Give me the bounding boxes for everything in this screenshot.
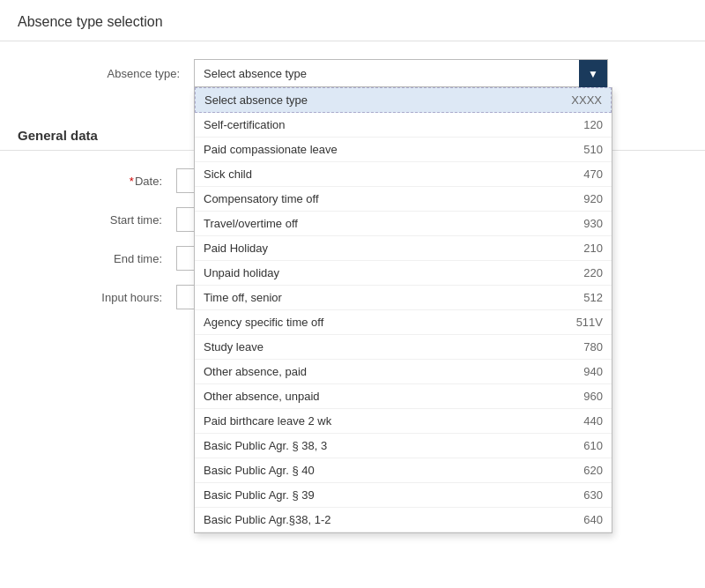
dropdown-item-code: 510	[583, 143, 603, 156]
dropdown-item[interactable]: Basic Public Agr. § 40620	[195, 458, 612, 483]
dropdown-item-label: Paid Holiday	[204, 242, 566, 255]
dropdown-list: Select absence typeXXXXSelf-certificatio…	[194, 87, 612, 533]
start-time-label: Start time:	[0, 213, 176, 227]
dropdown-item[interactable]: Basic Public Agr. § 39630	[195, 483, 612, 508]
dropdown-item-label: Agency specific time off	[204, 316, 559, 329]
form-area: Absence type: Select absence type ▼ Sele…	[0, 41, 705, 87]
dropdown-item-code: 610	[583, 439, 603, 452]
dropdown-item-label: Other absence, paid	[204, 365, 566, 378]
dropdown-item-code: 780	[583, 340, 603, 354]
dropdown-item-label: Basic Public Agr. § 38, 3	[204, 439, 566, 452]
dropdown-item-code: 960	[583, 390, 603, 403]
page-container: Absence type selection Absence type: Sel…	[0, 0, 705, 588]
dropdown-item-code: 120	[583, 118, 603, 131]
absence-type-label: Absence type:	[18, 67, 194, 80]
dropdown-item-code: 640	[583, 513, 603, 526]
dropdown-item[interactable]: Select absence typeXXXX	[195, 87, 612, 113]
dropdown-item[interactable]: Sick child470	[195, 162, 612, 187]
dropdown-item[interactable]: Basic Public Agr. § 38, 3610	[195, 434, 612, 458]
dropdown-item[interactable]: Paid Holiday210	[195, 236, 612, 261]
dropdown-item-label: Study leave	[204, 340, 566, 354]
absence-type-row: Absence type: Select absence type ▼ Sele…	[18, 59, 687, 87]
input-hours-label: Input hours:	[0, 291, 176, 304]
end-time-label: End time:	[0, 252, 176, 265]
dropdown-item-code: 620	[583, 464, 603, 477]
dropdown-item-code: 512	[583, 291, 603, 304]
dropdown-item[interactable]: Time off, senior512	[195, 286, 612, 310]
dropdown-item[interactable]: Other absence, unpaid960	[195, 384, 612, 409]
dropdown-item-label: Self-certification	[204, 118, 566, 131]
dropdown-item-label: Compensatory time off	[204, 192, 566, 205]
dropdown-item-code: 210	[583, 242, 603, 255]
dropdown-item-label: Basic Public Agr.§38, 1-2	[204, 513, 566, 526]
select-display-text: Select absence type	[204, 67, 575, 80]
dropdown-item-label: Basic Public Agr. § 40	[204, 464, 566, 477]
dropdown-item[interactable]: Basic Public Agr.§38, 1-2640	[195, 508, 612, 532]
dropdown-item-label: Time off, senior	[204, 291, 566, 304]
dropdown-item[interactable]: Paid birthcare leave 2 wk440	[195, 409, 612, 434]
dropdown-item-label: Sick child	[204, 167, 566, 181]
dropdown-item-code: 930	[583, 217, 603, 230]
dropdown-arrow-icon[interactable]: ▼	[579, 60, 607, 88]
dropdown-item[interactable]: Agency specific time off511V	[195, 310, 612, 335]
dropdown-item[interactable]: Paid compassionate leave510	[195, 138, 612, 162]
dropdown-item-label: Other absence, unpaid	[204, 390, 566, 403]
dropdown-item[interactable]: Self-certification120	[195, 113, 612, 138]
dropdown-item-label: Paid compassionate leave	[204, 143, 566, 156]
date-label: *Date:	[0, 175, 176, 188]
dropdown-item-label: Basic Public Agr. § 39	[204, 488, 566, 502]
dropdown-item-label: Paid birthcare leave 2 wk	[204, 414, 566, 428]
required-indicator: *	[130, 175, 134, 188]
dropdown-item-code: 470	[583, 167, 603, 181]
dropdown-item-code: 630	[583, 488, 603, 502]
dropdown-item-code: 920	[583, 192, 603, 205]
absence-type-select-wrapper: Select absence type ▼ Select absence typ…	[194, 59, 608, 87]
dropdown-item-code: XXXX	[571, 93, 602, 107]
dropdown-item-code: 940	[583, 365, 603, 378]
dropdown-item-code: 511V	[576, 316, 603, 329]
absence-type-select[interactable]: Select absence type ▼	[194, 59, 608, 87]
page-title: Absence type selection	[0, 0, 705, 41]
dropdown-item[interactable]: Unpaid holiday220	[195, 261, 612, 286]
dropdown-item-label: Select absence type	[204, 93, 553, 107]
dropdown-item[interactable]: Compensatory time off920	[195, 187, 612, 212]
dropdown-item[interactable]: Other absence, paid940	[195, 360, 612, 384]
dropdown-item[interactable]: Travel/overtime off930	[195, 212, 612, 236]
dropdown-item-label: Travel/overtime off	[204, 217, 566, 230]
dropdown-item-label: Unpaid holiday	[204, 266, 566, 279]
dropdown-item-code: 220	[583, 266, 603, 279]
dropdown-item[interactable]: Study leave780	[195, 335, 612, 360]
dropdown-item-code: 440	[583, 414, 603, 428]
